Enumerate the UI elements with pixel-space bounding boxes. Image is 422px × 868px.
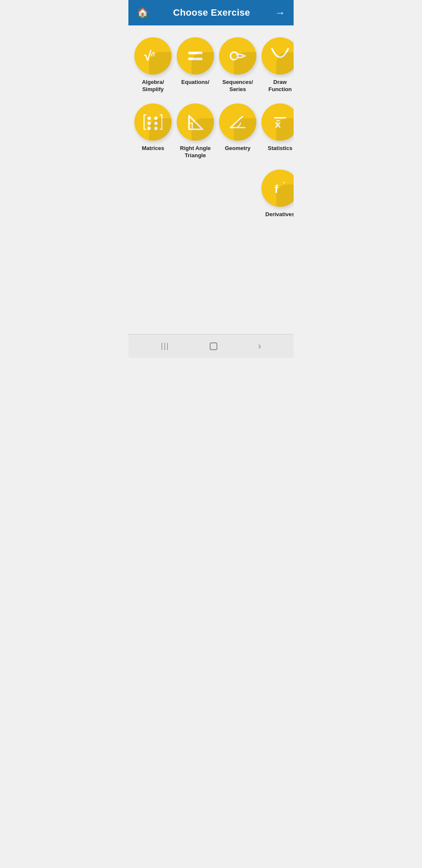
app-header: 🏠 Choose Exercise → — [128, 0, 294, 25]
svg-text:': ' — [283, 181, 285, 188]
right-angle-triangle-icon — [177, 103, 214, 141]
svg-text:a: a — [151, 50, 155, 58]
exercise-grid: √ a Algebra/Simplify Equations/ — [133, 34, 289, 221]
exercise-item-sequences[interactable]: Sequences/Series — [217, 34, 258, 97]
svg-rect-2 — [188, 52, 203, 54]
svg-rect-5 — [154, 117, 158, 120]
exercise-item-right-angle-triangle[interactable]: Right AngleTriangle — [175, 100, 216, 163]
exercise-item-draw-function[interactable]: DrawFunction — [260, 34, 294, 97]
algebra-icon: √ a — [134, 37, 172, 75]
nav-home-icon[interactable] — [209, 342, 218, 351]
derivatives-icon: f ' — [261, 170, 294, 207]
svg-rect-8 — [147, 127, 151, 130]
algebra-label: Algebra/Simplify — [142, 79, 164, 93]
svg-rect-9 — [154, 127, 158, 130]
geometry-icon — [219, 103, 256, 141]
equations-label: Equations/ — [181, 79, 209, 86]
svg-rect-17 — [210, 343, 217, 350]
exercise-item-equations[interactable]: Equations/ — [175, 34, 216, 97]
statistics-icon: x̄ — [261, 103, 294, 141]
exercise-item-derivatives[interactable]: f ' Derivatives — [260, 166, 294, 222]
nav-back-icon[interactable]: ||| — [161, 342, 169, 351]
right-angle-triangle-label: Right AngleTriangle — [180, 145, 211, 159]
next-arrow-icon[interactable]: → — [275, 7, 285, 19]
matrices-icon — [134, 103, 172, 141]
nav-forward-icon[interactable]: › — [258, 341, 261, 352]
svg-rect-7 — [154, 122, 158, 125]
geometry-label: Geometry — [225, 145, 251, 152]
page-title: Choose Exercise — [173, 7, 250, 18]
svg-rect-6 — [147, 122, 151, 125]
svg-text:x̄: x̄ — [275, 119, 281, 130]
exercise-item-matrices[interactable]: Matrices — [133, 100, 173, 163]
svg-line-12 — [230, 117, 242, 128]
derivatives-label: Derivatives — [265, 211, 294, 218]
home-icon[interactable]: 🏠 — [137, 7, 148, 18]
svg-text:f: f — [275, 183, 278, 195]
exercise-grid-container: √ a Algebra/Simplify Equations/ — [128, 25, 294, 334]
svg-rect-4 — [147, 117, 151, 120]
matrices-label: Matrices — [142, 145, 164, 152]
equations-icon — [177, 37, 214, 75]
svg-rect-3 — [188, 58, 203, 60]
draw-function-label: DrawFunction — [269, 79, 292, 93]
exercise-item-statistics[interactable]: x̄ Statistics — [260, 100, 294, 163]
statistics-label: Statistics — [268, 145, 292, 152]
draw-function-icon — [261, 37, 294, 75]
svg-marker-10 — [189, 116, 203, 129]
exercise-item-algebra[interactable]: √ a Algebra/Simplify — [133, 34, 173, 97]
bottom-nav-bar: ||| › — [128, 334, 294, 358]
sequences-icon — [219, 37, 256, 75]
exercise-item-geometry[interactable]: Geometry — [217, 100, 258, 163]
sequences-label: Sequences/Series — [222, 79, 253, 93]
